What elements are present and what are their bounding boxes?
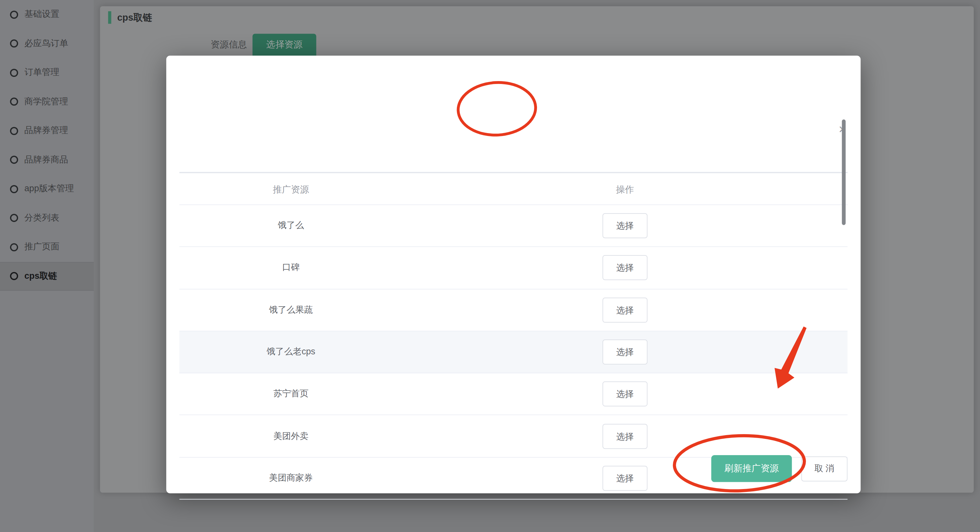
- resource-name: 饿了么: [180, 220, 402, 232]
- circle-icon: [10, 10, 18, 18]
- circle-icon: [10, 272, 18, 280]
- sidebar-item[interactable]: 推广页面: [0, 233, 94, 262]
- table-row: 饿了么果蔬 选择: [180, 289, 848, 331]
- sidebar: 基础设置 必应鸟订单 订单管理 商学院管理 品牌券管理 品牌券商品 app版本管…: [0, 0, 94, 532]
- select-button[interactable]: 选择: [603, 466, 648, 491]
- select-button[interactable]: 选择: [603, 298, 648, 322]
- circle-icon: [10, 68, 18, 76]
- circle-icon: [10, 97, 18, 106]
- sidebar-item-label: 品牌券管理: [24, 125, 68, 137]
- select-resource-dialog: × 推广资源 操作 饿了么 选择 口碑 选择 饿了么果蔬 选择 饿了么老c: [166, 56, 861, 493]
- table-row: 饿了么 选择: [180, 205, 848, 247]
- sidebar-item[interactable]: 订单管理: [0, 58, 94, 87]
- title-accent-bar: [108, 11, 111, 24]
- page-title: cps取链: [117, 12, 152, 24]
- table-row: 饿了么老cps 选择: [180, 331, 848, 373]
- resource-name: 苏宁首页: [180, 389, 402, 400]
- tab-select-resource[interactable]: 选择资源: [253, 34, 316, 56]
- scrollbar-thumb[interactable]: [842, 119, 846, 225]
- sidebar-item[interactable]: 基础设置: [0, 0, 94, 29]
- sidebar-item-label: app版本管理: [24, 183, 74, 195]
- screen: 基础设置 必应鸟订单 订单管理 商学院管理 品牌券管理 品牌券商品 app版本管…: [0, 0, 980, 532]
- circle-icon: [10, 127, 18, 135]
- circle-icon: [10, 243, 18, 251]
- sidebar-item-label: 必应鸟订单: [24, 38, 68, 49]
- refresh-promo-resources-button[interactable]: 刷新推广资源: [711, 455, 792, 482]
- resource-name: 口碑: [180, 262, 402, 274]
- column-header-resource: 推广资源: [180, 183, 402, 196]
- circle-icon: [10, 156, 18, 164]
- resource-name: 美团商家券: [180, 473, 402, 484]
- table-header-row: 推广资源 操作: [180, 174, 848, 205]
- sidebar-item-label: 分类列表: [24, 213, 59, 224]
- resource-name: 美团外卖: [180, 430, 402, 442]
- cancel-button[interactable]: 取 消: [801, 456, 847, 481]
- table-row: 苏宁首页 选择: [180, 373, 848, 416]
- sidebar-item[interactable]: 分类列表: [0, 204, 94, 233]
- sidebar-item[interactable]: 品牌券管理: [0, 116, 94, 145]
- table-row: 口碑 选择: [180, 247, 848, 289]
- select-button[interactable]: 选择: [603, 255, 648, 280]
- resource-table: 推广资源 操作 饿了么 选择 口碑 选择 饿了么果蔬 选择 饿了么老cps 选择…: [180, 174, 848, 500]
- sidebar-item-label: 品牌券商品: [24, 155, 68, 166]
- sidebar-item-label: 订单管理: [24, 67, 59, 78]
- dialog-tabs: [180, 148, 848, 173]
- sidebar-item-label: 商学院管理: [24, 96, 68, 108]
- tab-resource-info[interactable]: 资源信息: [210, 34, 247, 56]
- sidebar-item[interactable]: 品牌券商品: [0, 145, 94, 174]
- sidebar-item-label: 基础设置: [24, 9, 59, 20]
- select-button[interactable]: 选择: [603, 339, 648, 364]
- select-button[interactable]: 选择: [603, 381, 648, 406]
- circle-icon: [10, 214, 18, 222]
- circle-icon: [10, 185, 18, 193]
- sidebar-item-label: 推广页面: [24, 242, 59, 253]
- resource-name: 饿了么果蔬: [180, 304, 402, 315]
- sidebar-item-label: cps取链: [24, 271, 57, 282]
- page-title-row: cps取链: [108, 11, 152, 24]
- column-header-action: 操作: [402, 183, 848, 196]
- resource-name: 饿了么老cps: [180, 346, 402, 358]
- sidebar-item[interactable]: app版本管理: [0, 174, 94, 204]
- select-button[interactable]: 选择: [603, 213, 648, 238]
- sidebar-item[interactable]: 必应鸟订单: [0, 29, 94, 58]
- circle-icon: [10, 40, 18, 48]
- sidebar-item[interactable]: cps取链: [0, 262, 94, 291]
- select-button[interactable]: 选择: [603, 424, 648, 449]
- table-row: 美团外卖 选择: [180, 416, 848, 457]
- sidebar-item[interactable]: 商学院管理: [0, 87, 94, 116]
